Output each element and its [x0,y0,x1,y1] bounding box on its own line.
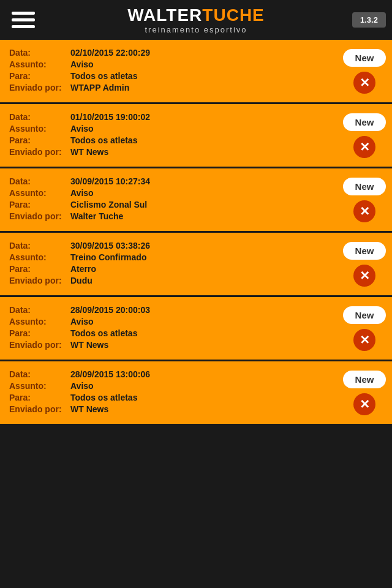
message-assunto-row: Assunto: Treino Confirmado [9,252,337,262]
data-label: Data: [9,112,70,122]
assunto-value: Aviso [70,317,94,326]
message-para-row: Para: Todos os atletas [9,71,337,81]
message-actions: New [343,178,386,222]
enviado-label: Enviado por: [9,83,70,92]
enviado-value: WT News [70,147,108,157]
data-value: 02/10/2015 22:00:29 [70,48,150,58]
message-enviado-row: Enviado por: WT News [9,147,337,157]
messages-list: Data: 02/10/2015 22:00:29 Assunto: Aviso… [0,40,392,426]
enviado-value: WT News [70,340,108,350]
close-button[interactable] [353,393,375,415]
message-data-row: Data: 28/09/2015 13:00:06 [9,369,337,379]
enviado-label: Enviado por: [9,340,70,350]
message-para-row: Para: Todos os atletas [9,135,337,145]
enviado-value: WT News [70,404,108,414]
data-label: Data: [9,369,70,379]
message-para-row: Para: Ciclismo Zonal Sul [9,200,337,209]
menu-button[interactable] [6,3,40,37]
new-button[interactable]: New [343,371,386,388]
message-data-row: Data: 28/09/2015 20:00:03 [9,305,337,315]
assunto-label: Assunto: [9,317,70,326]
message-content: Data: 30/09/2015 10:27:34 Assunto: Aviso… [9,176,337,223]
para-value: Todos os atletas [70,135,137,145]
message-item: Data: 28/09/2015 13:00:06 Assunto: Aviso… [0,361,392,426]
message-content: Data: 01/10/2015 19:00:02 Assunto: Aviso… [9,112,337,159]
close-button[interactable] [353,200,375,222]
message-content: Data: 28/09/2015 13:00:06 Assunto: Aviso… [9,369,337,416]
data-value: 01/10/2015 19:00:02 [70,112,150,122]
para-value: Todos os atletas [70,71,137,81]
app-header: WALTERTUCHE treinamento esportivo 1.3.2 [0,0,392,40]
close-button[interactable] [353,72,375,94]
enviado-label: Enviado por: [9,276,70,285]
message-enviado-row: Enviado por: Dudu [9,276,337,285]
assunto-value: Aviso [70,381,94,391]
assunto-value: Aviso [70,124,94,134]
close-button[interactable] [353,329,375,351]
message-item: Data: 01/10/2015 19:00:02 Assunto: Aviso… [0,104,392,168]
new-button[interactable]: New [343,113,386,131]
para-label: Para: [9,393,70,402]
hamburger-icon [12,25,35,28]
data-value: 28/09/2015 13:00:06 [70,369,150,379]
new-button[interactable]: New [343,178,386,195]
brand-tuche: TUCHE [202,6,264,24]
new-button[interactable]: New [343,49,386,67]
assunto-value: Treino Confirmado [70,252,146,262]
message-actions: New [343,113,386,158]
close-button[interactable] [353,265,375,287]
message-item: Data: 30/09/2015 10:27:34 Assunto: Aviso… [0,168,392,233]
message-assunto-row: Assunto: Aviso [9,317,337,326]
data-value: 28/09/2015 20:00:03 [70,305,150,315]
enviado-value: Walter Tuche [70,211,123,221]
message-para-row: Para: Todos os atletas [9,328,337,338]
message-enviado-row: Enviado por: WTAPP Admin [9,83,337,92]
data-label: Data: [9,305,70,315]
data-label: Data: [9,241,70,251]
para-value: Aterro [70,264,96,274]
new-button[interactable]: New [343,306,386,324]
assunto-label: Assunto: [9,252,70,262]
para-label: Para: [9,264,70,274]
hamburger-icon [12,12,35,15]
message-data-row: Data: 02/10/2015 22:00:29 [9,48,337,58]
message-enviado-row: Enviado por: WT News [9,340,337,350]
brand-walter: WALTER [127,6,202,24]
message-assunto-row: Assunto: Aviso [9,59,337,69]
message-assunto-row: Assunto: Aviso [9,188,337,198]
data-value: 30/09/2015 10:27:34 [70,176,150,186]
para-label: Para: [9,135,70,145]
enviado-value: WTAPP Admin [70,83,129,92]
para-value: Ciclismo Zonal Sul [70,200,147,209]
app-tagline: treinamento esportivo [40,25,352,34]
data-value: 30/09/2015 03:38:26 [70,241,150,251]
close-button[interactable] [353,136,375,158]
new-button[interactable]: New [343,242,386,260]
message-actions: New [343,306,386,351]
message-content: Data: 30/09/2015 03:38:26 Assunto: Trein… [9,241,337,287]
assunto-label: Assunto: [9,124,70,134]
assunto-label: Assunto: [9,59,70,69]
assunto-value: Aviso [70,59,94,69]
assunto-label: Assunto: [9,188,70,198]
enviado-label: Enviado por: [9,147,70,157]
message-data-row: Data: 30/09/2015 03:38:26 [9,241,337,251]
assunto-label: Assunto: [9,381,70,391]
message-actions: New [343,371,386,415]
enviado-label: Enviado por: [9,211,70,221]
para-value: Todos os atletas [70,328,137,338]
message-data-row: Data: 01/10/2015 19:00:02 [9,112,337,122]
message-item: Data: 30/09/2015 03:38:26 Assunto: Trein… [0,233,392,297]
app-title: WALTERTUCHE treinamento esportivo [40,6,352,34]
message-para-row: Para: Aterro [9,264,337,274]
message-data-row: Data: 30/09/2015 10:27:34 [9,176,337,186]
para-label: Para: [9,200,70,209]
hamburger-icon [12,18,35,21]
para-label: Para: [9,328,70,338]
message-actions: New [343,49,386,94]
enviado-value: Dudu [70,276,92,285]
message-item: Data: 28/09/2015 20:00:03 Assunto: Aviso… [0,297,392,361]
data-label: Data: [9,176,70,186]
message-enviado-row: Enviado por: Walter Tuche [9,211,337,221]
assunto-value: Aviso [70,188,94,198]
